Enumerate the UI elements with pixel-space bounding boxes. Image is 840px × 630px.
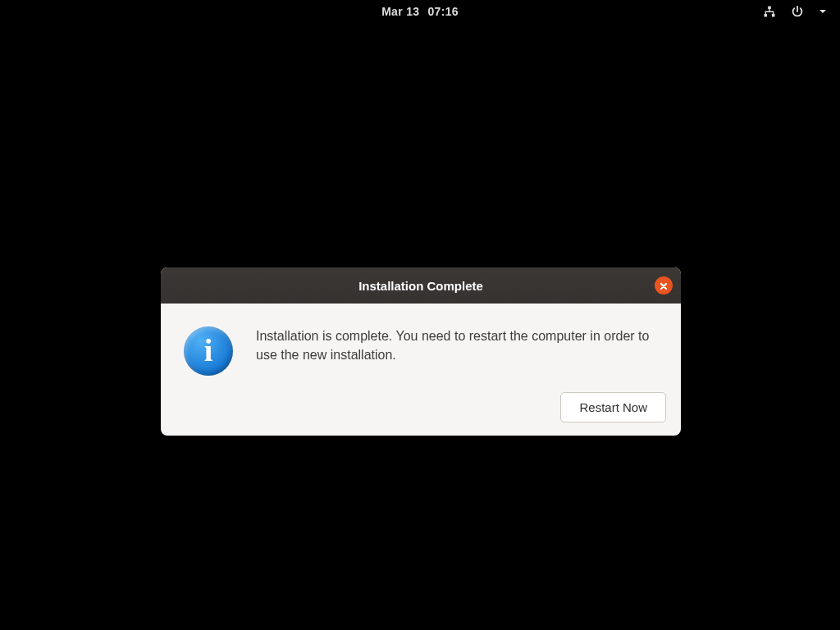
clock-time: 07:16 bbox=[428, 5, 459, 18]
dialog-message: Installation is complete. You need to re… bbox=[256, 323, 658, 364]
svg-rect-2 bbox=[772, 14, 775, 17]
info-icon: i bbox=[184, 326, 233, 376]
dialog-actions: Restart Now bbox=[161, 392, 681, 436]
svg-rect-0 bbox=[768, 7, 771, 10]
dialog-body: i Installation is complete. You need to … bbox=[161, 304, 681, 392]
close-button[interactable] bbox=[655, 276, 673, 294]
dialog-titlebar[interactable]: Installation Complete bbox=[161, 267, 681, 304]
restart-now-button[interactable]: Restart Now bbox=[560, 392, 666, 422]
network-icon bbox=[763, 5, 776, 18]
info-icon-letter: i bbox=[204, 335, 213, 366]
system-status-area[interactable] bbox=[763, 0, 827, 23]
power-icon bbox=[791, 5, 804, 18]
clock[interactable]: Mar 13 07:16 bbox=[381, 5, 459, 18]
chevron-down-icon bbox=[819, 7, 827, 16]
dialog-title: Installation Complete bbox=[358, 279, 483, 293]
close-icon bbox=[660, 279, 668, 293]
svg-rect-1 bbox=[765, 14, 768, 17]
installation-complete-dialog: Installation Complete i Installation is … bbox=[161, 267, 681, 436]
top-bar: Mar 13 07:16 bbox=[0, 0, 840, 23]
clock-date: Mar 13 bbox=[381, 5, 419, 18]
